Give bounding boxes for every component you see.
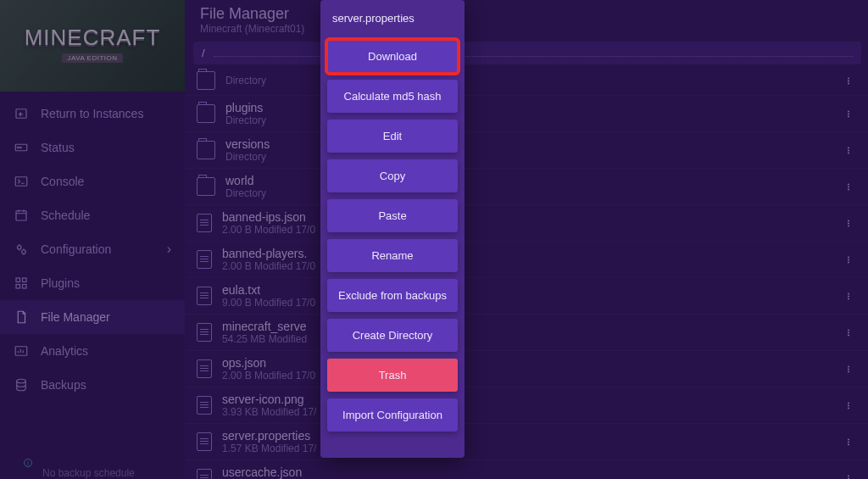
file-context-menu: server.properties DownloadCalculate md5 … bbox=[320, 0, 465, 458]
sidebar-item-plugins[interactable]: Plugins bbox=[0, 266, 185, 300]
svg-point-2 bbox=[18, 147, 19, 148]
more-options-button[interactable]: ··· bbox=[841, 106, 858, 120]
sidebar-item-label: Plugins bbox=[41, 276, 80, 290]
context-action-create-directory[interactable]: Create Directory bbox=[327, 319, 458, 352]
breadcrumb-path: / bbox=[202, 47, 205, 59]
context-action-import-configuration[interactable]: Import Configuration bbox=[327, 398, 458, 432]
backup-schedule-note: No backup schedule bbox=[42, 467, 135, 479]
file-detail: 3.93 KB Modified 17/ bbox=[222, 406, 841, 418]
svg-rect-11 bbox=[23, 285, 27, 289]
file-detail: 2.00 B Modified 17/0 bbox=[222, 260, 841, 272]
hero-subtitle: JAVA EDITION bbox=[62, 53, 122, 63]
more-options-button[interactable]: ··· bbox=[841, 325, 858, 339]
more-options-button[interactable]: ··· bbox=[841, 288, 858, 303]
file-detail: 54.25 MB Modified bbox=[222, 333, 841, 345]
sidebar-item-console[interactable]: Console bbox=[0, 164, 185, 198]
file-row[interactable]: server.properties1.57 KB Modified 17/··· bbox=[185, 424, 868, 460]
svg-rect-8 bbox=[16, 278, 20, 282]
context-action-rename[interactable]: Rename bbox=[327, 239, 458, 272]
sidebar-item-label: Status bbox=[41, 141, 75, 154]
sidebar-item-label: Return to Instances bbox=[41, 107, 143, 120]
main-panel: File Manager Minecraft (Minecraft01) / D… bbox=[185, 0, 868, 479]
file-row[interactable]: banned-ips.json2.00 B Modified 17/0··· bbox=[185, 205, 868, 242]
context-action-exclude-from-backups[interactable]: Exclude from backups bbox=[327, 279, 458, 312]
svg-rect-10 bbox=[16, 285, 20, 289]
context-action-calculate-md5-hash[interactable]: Calculate md5 hash bbox=[327, 80, 458, 113]
context-action-trash[interactable]: Trash bbox=[327, 359, 458, 392]
file-detail: 1.57 KB Modified 17/ bbox=[222, 443, 841, 454]
sidebar-nav: Return to InstancesStatusConsoleSchedule… bbox=[0, 92, 185, 407]
sidebar-item-configuration[interactable]: Configuration› bbox=[0, 232, 185, 266]
sidebar-item-label: Console bbox=[41, 175, 84, 188]
file-detail: Directory bbox=[225, 151, 841, 163]
context-action-paste[interactable]: Paste bbox=[327, 199, 458, 232]
svg-point-6 bbox=[18, 246, 22, 250]
file-icon bbox=[197, 250, 212, 269]
file-row[interactable]: versionsDirectory··· bbox=[185, 132, 868, 169]
file-row[interactable]: ops.json2.00 B Modified 17/0··· bbox=[185, 351, 868, 387]
file-detail: 2.00 B Modified 17/0 bbox=[222, 370, 841, 382]
file-row[interactable]: minecraft_serve54.25 MB Modified··· bbox=[185, 315, 868, 351]
context-action-download[interactable]: Download bbox=[327, 40, 458, 73]
file-icon bbox=[197, 323, 212, 342]
file-detail: 9.00 B Modified 17/0 bbox=[222, 297, 841, 309]
page-header: File Manager Minecraft (Minecraft01) bbox=[185, 0, 868, 38]
sidebar-item-file-manager[interactable]: File Manager bbox=[0, 300, 185, 334]
svg-point-3 bbox=[20, 147, 22, 148]
page-subtitle: Minecraft (Minecraft01) bbox=[200, 23, 853, 35]
file-row[interactable]: eula.txt9.00 B Modified 17/0··· bbox=[185, 278, 868, 315]
file-name: server.properties bbox=[222, 429, 841, 443]
file-name: plugins bbox=[225, 101, 841, 114]
sidebar-item-label: Backups bbox=[41, 378, 86, 392]
svg-rect-0 bbox=[16, 109, 26, 119]
file-row[interactable]: worldDirectory··· bbox=[185, 169, 868, 205]
file-row[interactable]: banned-players.2.00 B Modified 17/0··· bbox=[185, 242, 868, 278]
sidebar-item-schedule[interactable]: Schedule bbox=[0, 198, 185, 232]
context-action-copy[interactable]: Copy bbox=[327, 159, 458, 192]
chevron-right-icon: › bbox=[167, 242, 171, 257]
sidebar-item-label: Schedule bbox=[41, 209, 90, 222]
file-icon bbox=[197, 214, 212, 232]
file-name: usercache.json bbox=[222, 465, 841, 479]
file-name: eula.txt bbox=[222, 283, 841, 297]
svg-point-7 bbox=[22, 250, 26, 254]
file-icon bbox=[197, 287, 212, 305]
sidebar-item-return-to-instances[interactable]: Return to Instances bbox=[0, 97, 185, 131]
more-options-button[interactable]: ··· bbox=[841, 398, 858, 412]
file-detail: Directory bbox=[225, 75, 841, 86]
sidebar-item-label: File Manager bbox=[41, 310, 110, 324]
info-icon: i bbox=[24, 459, 32, 467]
hero-title: MINECRAFT bbox=[25, 28, 161, 47]
file-row[interactable]: usercache.json2.00 B Modified 17/01/2025… bbox=[185, 460, 868, 479]
more-options-button[interactable]: ··· bbox=[841, 215, 858, 230]
more-options-button[interactable]: ··· bbox=[841, 142, 858, 157]
sidebar-item-label: Configuration bbox=[41, 242, 111, 256]
folder-icon bbox=[197, 141, 215, 159]
folder-icon bbox=[197, 177, 215, 196]
file-row[interactable]: server-icon.png3.93 KB Modified 17/··· bbox=[185, 387, 868, 424]
context-action-edit[interactable]: Edit bbox=[327, 120, 458, 153]
breadcrumb[interactable]: / bbox=[193, 42, 861, 64]
plugins-icon bbox=[14, 276, 29, 291]
more-options-button[interactable]: ··· bbox=[841, 179, 858, 193]
file-name: banned-players. bbox=[222, 247, 841, 260]
more-options-button[interactable]: ··· bbox=[841, 361, 858, 376]
file-name: server-icon.png bbox=[222, 393, 841, 406]
file-name: world bbox=[225, 174, 841, 187]
more-options-button[interactable]: ··· bbox=[841, 252, 858, 266]
sidebar-item-backups[interactable]: Backups bbox=[0, 368, 185, 402]
file-icon bbox=[197, 359, 212, 378]
sidebar-item-analytics[interactable]: Analytics bbox=[0, 334, 185, 368]
more-options-button[interactable]: ··· bbox=[841, 471, 858, 479]
more-options-button[interactable]: ··· bbox=[841, 434, 858, 448]
svg-rect-12 bbox=[15, 347, 27, 356]
config-icon bbox=[14, 242, 29, 257]
file-row[interactable]: pluginsDirectory··· bbox=[185, 96, 868, 132]
more-options-button[interactable]: ··· bbox=[841, 73, 858, 87]
file-row[interactable]: Directory··· bbox=[185, 66, 868, 96]
folder-icon bbox=[197, 71, 215, 90]
file-manager-icon bbox=[14, 309, 29, 325]
sidebar-item-status[interactable]: Status bbox=[0, 131, 185, 164]
svg-rect-5 bbox=[16, 211, 26, 220]
sidebar: MINECRAFT JAVA EDITION Return to Instanc… bbox=[0, 0, 185, 479]
